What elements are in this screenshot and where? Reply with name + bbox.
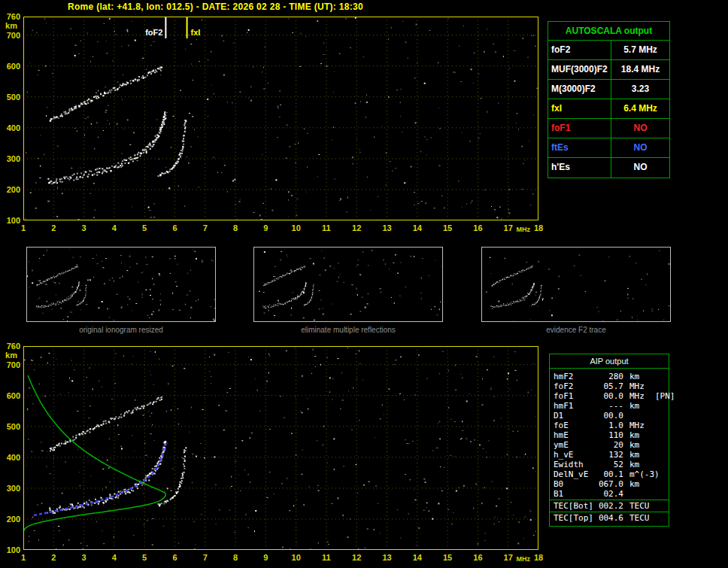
aip-value: 00.1 bbox=[595, 469, 623, 479]
svg-text:15: 15 bbox=[443, 553, 452, 562]
svg-text:300: 300 bbox=[7, 484, 20, 493]
aip-label: hmE bbox=[554, 430, 595, 440]
aip-extra bbox=[651, 450, 669, 460]
autoscala-output-table: AUTOSCALA output foF25.7 MHzMUF(3000)F21… bbox=[548, 21, 670, 178]
aip-unit bbox=[623, 411, 651, 421]
svg-text:12: 12 bbox=[352, 553, 361, 562]
aip-row-B0: B0067.0km bbox=[550, 479, 669, 489]
svg-text:600: 600 bbox=[7, 391, 20, 400]
thumbnail-caption-original: original ionogram resized bbox=[26, 326, 216, 334]
aip-value: 067.0 bbox=[595, 479, 623, 489]
grid-lines bbox=[23, 17, 538, 220]
aip-row-Ewidth: Ewidth52km bbox=[550, 460, 669, 469]
aip-label: DelN_vE bbox=[554, 469, 595, 479]
aip-extra bbox=[651, 372, 669, 381]
aip-row-D1: D100.0 bbox=[550, 411, 669, 421]
svg-text:13: 13 bbox=[382, 553, 391, 562]
svg-text:15: 15 bbox=[443, 223, 452, 232]
aip-unit: m^(-3) bbox=[623, 469, 651, 479]
autoscala-row-fxI: fxI6.4 MHz bbox=[548, 99, 669, 119]
aip-label: ymE bbox=[554, 440, 595, 450]
aip-extra bbox=[651, 421, 669, 430]
trace-F2-extraordinary bbox=[157, 120, 187, 177]
svg-text:300: 300 bbox=[7, 154, 20, 163]
svg-text:2: 2 bbox=[51, 223, 56, 232]
svg-text:760: 760 bbox=[7, 12, 20, 21]
aip-row-foE: foE1.0MHz bbox=[550, 421, 669, 430]
aip-unit: MHz bbox=[623, 391, 651, 401]
svg-text:18: 18 bbox=[534, 223, 543, 232]
aip-extra bbox=[651, 513, 669, 523]
grid-lines bbox=[23, 346, 538, 550]
aip-extra bbox=[651, 460, 669, 469]
svg-text:400: 400 bbox=[7, 453, 20, 462]
autoscala-app-window: Rome (lat: +41.8, lon: 012.5) - DATE: 20… bbox=[0, 0, 728, 568]
aip-value: 280 bbox=[595, 372, 623, 381]
autoscala-param-label: foF2 bbox=[548, 41, 611, 59]
aip-value: 004.6 bbox=[595, 513, 623, 523]
autoscala-param-label: fxI bbox=[548, 99, 611, 118]
autoscala-param-value: 5.7 MHz bbox=[611, 41, 669, 59]
thumbnail-caption-eliminate: eliminate multiple reflections bbox=[253, 326, 443, 334]
aip-value: 00.0 bbox=[595, 391, 623, 401]
aip-output-table: AIP output hmF2280kmfoF205.7MHzfoF100.0M… bbox=[549, 354, 669, 527]
svg-text:3: 3 bbox=[82, 223, 86, 232]
svg-text:18: 18 bbox=[534, 553, 543, 562]
plot-area bbox=[259, 251, 442, 322]
plot-area bbox=[27, 249, 215, 321]
thumbnail-image-eliminate bbox=[254, 248, 442, 321]
x-axis-unit-label: MHz bbox=[517, 226, 531, 233]
aip-value: 02.4 bbox=[595, 489, 623, 499]
trace-F2-ordinary bbox=[36, 281, 80, 308]
thumbnail-evidence-f2 bbox=[481, 247, 671, 322]
aip-output-rows: hmF2280kmfoF205.7MHzfoF100.0MHz[PN]hmF1-… bbox=[550, 369, 669, 499]
aip-divider bbox=[550, 500, 669, 500]
svg-text:7: 7 bbox=[203, 223, 208, 232]
aip-label: Ewidth bbox=[554, 460, 595, 469]
aip-value: 1.0 bbox=[595, 421, 623, 430]
autoscala-param-value: NO bbox=[611, 119, 669, 138]
svg-text:500: 500 bbox=[7, 422, 20, 431]
aip-divider bbox=[550, 512, 669, 512]
aip-unit: MHz bbox=[623, 421, 651, 430]
svg-text:5: 5 bbox=[142, 553, 147, 562]
aip-row-hmE: hmE110km bbox=[550, 430, 669, 440]
svg-text:100: 100 bbox=[7, 545, 20, 554]
svg-text:4: 4 bbox=[112, 223, 117, 232]
autoscala-param-value: NO bbox=[611, 158, 669, 178]
aip-value: --- bbox=[595, 401, 623, 411]
aip-unit: TECU bbox=[623, 513, 651, 523]
aip-extra bbox=[651, 501, 669, 511]
trace-multiple-reflection bbox=[37, 266, 79, 287]
trace-F2-ordinary bbox=[262, 282, 307, 309]
svg-text:500: 500 bbox=[7, 93, 20, 102]
svg-text:9: 9 bbox=[263, 223, 268, 232]
aip-row-h_vE: h_vE132km bbox=[550, 450, 669, 460]
autoscala-row-MUF(3000)F2: MUF(3000)F218.4 MHz bbox=[548, 60, 669, 80]
plot-area bbox=[23, 17, 538, 220]
marker-label-foF2: foF2 bbox=[145, 28, 162, 37]
aip-row-ymE: ymE20km bbox=[550, 440, 669, 450]
aip-label: hmF1 bbox=[554, 401, 595, 411]
aip-unit: km bbox=[623, 430, 651, 440]
aip-row-TEC[Top]: TEC[Top]004.6TECU bbox=[550, 513, 669, 523]
y-axis-unit-label: km bbox=[5, 21, 17, 30]
autoscala-output-rows: foF25.7 MHzMUF(3000)F218.4 MHzM(3000)F23… bbox=[548, 41, 669, 178]
svg-text:14: 14 bbox=[413, 223, 423, 232]
autoscala-output-title: AUTOSCALA output bbox=[548, 22, 669, 41]
aip-row-hmF2: hmF2280km bbox=[550, 372, 669, 381]
aip-row-hmF1: hmF1---km bbox=[550, 401, 669, 411]
aip-extra bbox=[651, 489, 669, 499]
svg-text:7: 7 bbox=[203, 553, 208, 562]
trace-F2-ordinary bbox=[490, 283, 535, 309]
trace-multiple-reflection bbox=[50, 396, 162, 452]
svg-text:3: 3 bbox=[82, 553, 86, 562]
plot-border bbox=[24, 347, 538, 550]
x-axis-tick-labels: 123456789101112131415161718MHz bbox=[21, 223, 543, 233]
aip-row-TEC[Bot]: TEC[Bot]002.2TECU bbox=[550, 501, 669, 511]
aip-tec-rows: TEC[Bot]002.2TECUTEC[Top]004.6TECU bbox=[550, 500, 669, 523]
aip-value: 05.7 bbox=[595, 381, 623, 391]
trace-multiple-reflection bbox=[263, 266, 305, 286]
autoscala-row-foF1: foF1NO bbox=[548, 119, 669, 138]
plot-border bbox=[24, 17, 538, 220]
